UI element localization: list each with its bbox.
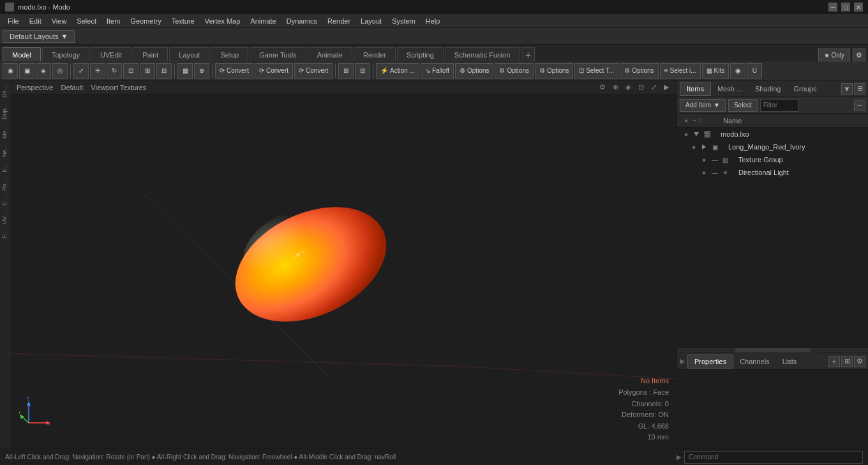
viewport-perspective[interactable]: Perspective <box>17 84 53 91</box>
toolbar-btn-kits[interactable]: ▦Kits <box>702 63 730 79</box>
visibility-toggle[interactable]: ● <box>680 129 692 139</box>
tab-properties[interactable]: Properties <box>687 354 733 369</box>
toolbar-btn-select-mode-items[interactable]: ◎ <box>52 63 68 79</box>
toolbar-btn-scale[interactable]: ⊡ <box>123 63 138 79</box>
sidebar-tab-dup-[interactable]: Dup... <box>0 102 11 122</box>
toolbar-btn-convert-3[interactable]: ⟳Convert <box>294 63 333 79</box>
toolbar-btn-pivot[interactable]: ⊟ <box>156 63 172 79</box>
toolbar-btn-origin[interactable]: ⊞ <box>140 63 155 79</box>
toolbar-btn-rotate[interactable]: ↻ <box>107 63 122 79</box>
toolbar-btn-select-t[interactable]: ⊡Select T... <box>574 63 618 79</box>
sidebar-tab-uv-[interactable]: UV... <box>0 210 11 227</box>
menu-animate[interactable]: Animate <box>245 14 281 28</box>
viewport-shading-icon[interactable]: ◈ <box>623 82 633 93</box>
viewport-render-icon[interactable]: ⊡ <box>636 82 646 93</box>
expand-icon[interactable] <box>692 130 701 139</box>
minus-icon[interactable]: ─ <box>854 100 865 111</box>
sidebar-tab-e-[interactable]: E... <box>0 161 11 175</box>
viewport[interactable]: Perspective Default Viewport Textures ⚙ … <box>11 80 677 448</box>
toolbar-btn-convert-1[interactable]: ⟳Convert <box>215 63 253 79</box>
prop-expand-button[interactable]: ⊞ <box>841 356 853 367</box>
tab-mesh[interactable]: Mesh ... <box>711 82 749 96</box>
add-item-button[interactable]: Add Item ▼ <box>680 99 726 112</box>
toolbar-btn-action[interactable]: ⚡Action ... <box>376 63 419 79</box>
menu-help[interactable]: Help <box>421 14 445 28</box>
sidebar-tab-po-[interactable]: Po... <box>0 176 11 194</box>
toolbar-btn-convert-2[interactable]: ⟳Convert <box>255 63 293 79</box>
select-button[interactable]: Select <box>728 99 758 112</box>
list-item[interactable]: ● 🎬 modo.lxo <box>677 128 868 141</box>
sidebar-tab-f-[interactable]: F... <box>0 228 11 241</box>
close-button[interactable]: ✕ <box>854 3 863 11</box>
tab-groups[interactable]: Groups <box>787 82 823 96</box>
menu-system[interactable]: System <box>387 14 421 28</box>
menu-render[interactable]: Render <box>322 14 355 28</box>
viewport-grid-icon[interactable]: ⊕ <box>610 82 620 93</box>
toolbar-btn-select-mode-polys[interactable]: ◈ <box>36 63 51 79</box>
visibility-toggle[interactable]: ● <box>687 142 700 152</box>
toolbar-btn-snapping[interactable]: ⊕ <box>194 63 209 79</box>
tab-layout[interactable]: Layout <box>169 47 209 61</box>
layout-dropdown[interactable]: Default Layouts ▼ <box>3 30 75 43</box>
tab-gear-button[interactable]: ⚙ <box>853 49 865 61</box>
tab-animate[interactable]: Animate <box>308 47 352 61</box>
toolbar-btn-falloff[interactable]: ↘Falloff <box>421 63 454 79</box>
visibility-toggle[interactable]: ● <box>698 167 710 178</box>
tab-schematic-fusion[interactable]: Schematic Fusion <box>445 47 520 61</box>
prop-add-button[interactable]: + <box>828 356 840 367</box>
menu-dynamics[interactable]: Dynamics <box>281 14 322 28</box>
list-item[interactable]: ● ▣ Long_Mango_Red_Ivory <box>677 141 868 153</box>
sidebar-tab-me-[interactable]: Me... <box>0 123 11 141</box>
panel-expand-icon[interactable]: ▼ <box>841 83 853 95</box>
command-input-wrapper[interactable] <box>684 451 863 464</box>
tab-scripting[interactable]: Scripting <box>397 47 444 61</box>
sidebar-tab-ne-[interactable]: Ne... <box>0 142 11 160</box>
menu-select[interactable]: Select <box>71 14 101 28</box>
tab-paint[interactable]: Paint <box>133 47 168 61</box>
minimize-button[interactable]: ─ <box>828 3 837 11</box>
filter-input[interactable] <box>760 99 798 112</box>
tab-render[interactable]: Render <box>354 47 396 61</box>
visibility-toggle[interactable]: ● <box>698 155 710 165</box>
maximize-button[interactable]: □ <box>841 3 850 11</box>
menu-item[interactable]: Item <box>101 14 125 28</box>
toolbar-btn-options4[interactable]: ⚙Options <box>620 63 658 79</box>
toolbar-btn-select-i[interactable]: ≡Select i... <box>660 63 701 79</box>
prop-settings-button[interactable]: ⚙ <box>854 356 865 367</box>
tab-items[interactable]: Items <box>680 82 711 96</box>
toolbar-btn-tool2[interactable]: ⊟ <box>355 63 370 79</box>
only-button[interactable]: ★ Only <box>818 49 850 61</box>
toolbar-btn-options1[interactable]: ⚙Options <box>455 63 493 79</box>
toolbar-btn-options2[interactable]: ⚙Options <box>495 63 533 79</box>
list-item[interactable]: ● — ▨ Texture Group <box>677 153 868 166</box>
tab-uvedit[interactable]: UVEdit <box>91 47 131 61</box>
toolbar-btn-viewport-btn1[interactable]: ◉ <box>730 63 745 79</box>
expand-icon[interactable] <box>700 142 709 151</box>
toolbar-btn-transform[interactable]: ⤢ <box>73 63 89 79</box>
toolbar-btn-viewport-btn2[interactable]: U <box>747 63 762 79</box>
toolbar-btn-select-mode-edges[interactable]: ▣ <box>19 63 34 79</box>
toolbar-btn-select-mode-verts[interactable]: ◉ <box>3 63 18 79</box>
sidebar-tab-c-[interactable]: C... <box>0 194 11 208</box>
tab-setup[interactable]: Setup <box>211 47 248 61</box>
menu-layout[interactable]: Layout <box>355 14 387 28</box>
panel-settings-icon[interactable]: ⊞ <box>854 83 865 95</box>
menu-view[interactable]: View <box>47 14 72 28</box>
toolbar-btn-grid[interactable]: ▦ <box>177 63 193 79</box>
tab-channels[interactable]: Channels <box>733 354 775 369</box>
viewport-expand-icon[interactable]: ⤢ <box>648 82 659 93</box>
menu-edit[interactable]: Edit <box>24 14 47 28</box>
sidebar-tab-de-[interactable]: De... <box>0 83 11 100</box>
toolbar-btn-tool1[interactable]: ⊞ <box>338 63 354 79</box>
tab-game-tools[interactable]: Game Tools <box>250 47 306 61</box>
menu-geometry[interactable]: Geometry <box>125 14 166 28</box>
list-item[interactable]: ● — ☀ Directional Light <box>677 166 868 179</box>
tab-model[interactable]: Model <box>3 47 41 61</box>
menu-file[interactable]: File <box>3 14 24 28</box>
toolbar-btn-options3[interactable]: ⚙Options <box>535 63 573 79</box>
toolbar-btn-translate[interactable]: ✛ <box>90 63 105 79</box>
item-list-scrollbar[interactable] <box>677 347 868 353</box>
viewport-settings-icon[interactable]: ▶ <box>661 82 671 93</box>
command-input[interactable] <box>689 454 858 461</box>
menu-texture[interactable]: Texture <box>167 14 200 28</box>
